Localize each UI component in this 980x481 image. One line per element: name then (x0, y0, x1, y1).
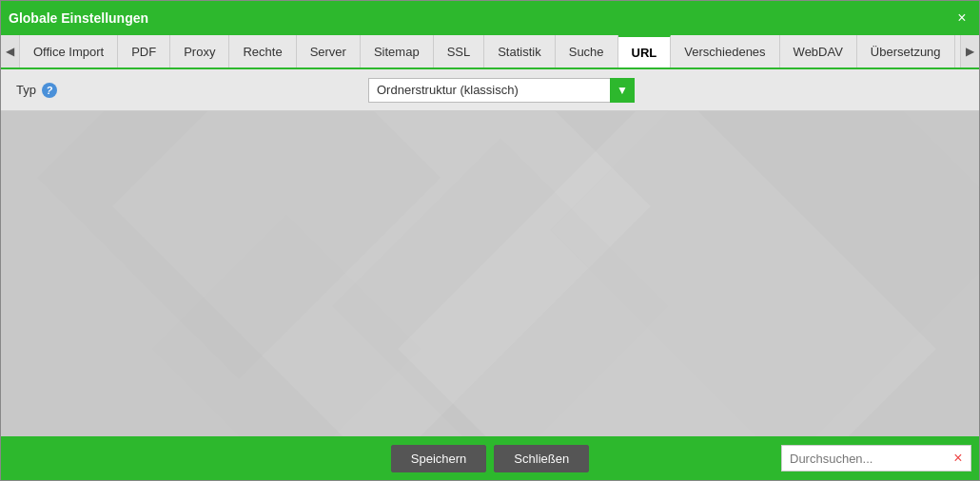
tab-nav-prev[interactable]: ◀ (1, 35, 20, 67)
content-area: Typ ? Ordnerstruktur (klassisch)Ordnerst… (1, 69, 979, 436)
tab-verschiedenes[interactable]: Verschiedenes (671, 35, 779, 69)
search-wrapper: × (781, 445, 971, 471)
tab-statistik[interactable]: Statistik (484, 35, 556, 69)
title-bar: Globale Einstellungen × (1, 1, 979, 35)
tab-server[interactable]: Server (297, 35, 361, 69)
close-button[interactable]: × (952, 9, 971, 28)
dialog-title: Globale Einstellungen (9, 10, 148, 26)
help-icon[interactable]: ? (42, 83, 57, 98)
tab-webdav[interactable]: WebDAV (780, 35, 857, 69)
tab-url[interactable]: URL (618, 35, 672, 69)
tab-nav-next[interactable]: ▶ (960, 35, 979, 67)
tab-bar: ◀ Office Import PDF Proxy Rechte Server … (1, 35, 979, 69)
search-input[interactable] (781, 445, 971, 471)
typ-label-group: Typ ? (16, 83, 368, 98)
typ-select[interactable]: Ordnerstruktur (klassisch)Ordnerstruktur… (368, 78, 635, 103)
dialog: Globale Einstellungen × ◀ Office Import … (0, 0, 980, 481)
tab-rechte[interactable]: Rechte (229, 35, 296, 69)
typ-select-wrapper: Ordnerstruktur (klassisch)Ordnerstruktur… (368, 78, 635, 103)
tab-pdf[interactable]: PDF (118, 35, 170, 69)
typ-label: Typ (16, 83, 36, 97)
tab-sitemap[interactable]: Sitemap (361, 35, 434, 69)
save-button[interactable]: Speichern (391, 445, 487, 472)
tab-office-import[interactable]: Office Import (20, 35, 118, 69)
tab-ssl[interactable]: SSL (434, 35, 485, 69)
search-clear-button[interactable]: × (947, 447, 970, 470)
footer-bar: Speichern Schließen × (1, 436, 979, 480)
watermark-area (1, 111, 979, 436)
close-dialog-button[interactable]: Schließen (494, 445, 589, 472)
tab-uebersetzung[interactable]: Übersetzung (857, 35, 955, 69)
tab-proxy[interactable]: Proxy (170, 35, 229, 69)
settings-row: Typ ? Ordnerstruktur (klassisch)Ordnerst… (1, 69, 979, 111)
tab-suche[interactable]: Suche (556, 35, 618, 69)
